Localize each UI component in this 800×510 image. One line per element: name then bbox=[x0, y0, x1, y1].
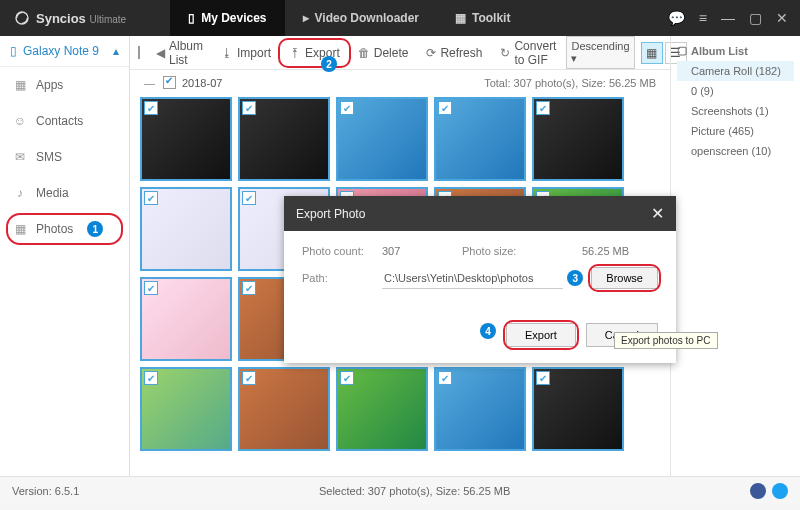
group-label: 2018-07 bbox=[182, 77, 222, 89]
minimize-icon[interactable]: — bbox=[721, 10, 735, 26]
thumb-checkbox[interactable]: ✔ bbox=[144, 281, 158, 295]
photo-thumb[interactable]: ✔ bbox=[140, 187, 232, 271]
thumb-checkbox[interactable]: ✔ bbox=[144, 101, 158, 115]
photo-thumb[interactable]: ✔ bbox=[532, 367, 624, 451]
thumb-checkbox[interactable]: ✔ bbox=[242, 191, 256, 205]
thumb-checkbox[interactable]: ✔ bbox=[144, 371, 158, 385]
photo-count-value: 307 bbox=[382, 245, 462, 257]
photo-thumb[interactable]: ✔ bbox=[140, 367, 232, 451]
delete-button[interactable]: 🗑Delete bbox=[350, 41, 417, 65]
convert-gif-button[interactable]: ↻Convert to GIF bbox=[492, 34, 564, 72]
phone-icon: ▯ bbox=[188, 11, 195, 25]
refresh-icon: ⟳ bbox=[426, 46, 436, 60]
tab-my-devices[interactable]: ▯ My Devices bbox=[170, 0, 284, 36]
callout-badge-4: 4 bbox=[480, 323, 496, 339]
thumb-checkbox[interactable]: ✔ bbox=[536, 371, 550, 385]
path-label: Path: bbox=[302, 272, 382, 284]
album-item[interactable]: Picture (465) bbox=[677, 121, 794, 141]
export-tooltip: Export photos to PC bbox=[614, 332, 718, 349]
statusbar: Version: 6.5.1 Selected: 307 photo(s), S… bbox=[0, 476, 800, 504]
phone-icon: ▯ bbox=[10, 44, 17, 58]
close-icon[interactable]: ✕ bbox=[776, 10, 788, 26]
play-icon: ▸ bbox=[303, 11, 309, 25]
folder-icon: ▢ bbox=[677, 44, 687, 57]
photos-icon: ▦ bbox=[12, 221, 28, 237]
thumb-checkbox[interactable]: ✔ bbox=[144, 191, 158, 205]
sms-icon: ✉ bbox=[12, 149, 28, 165]
photo-thumb[interactable]: ✔ bbox=[336, 367, 428, 451]
nav-apps[interactable]: ▦Apps bbox=[0, 67, 129, 103]
left-sidebar: ▯ Galaxy Note 9 ▴ ▦Apps ☺Contacts ✉SMS ♪… bbox=[0, 36, 130, 476]
album-item[interactable]: Camera Roll (182) bbox=[677, 61, 794, 81]
photo-thumb[interactable]: ✔ bbox=[434, 97, 526, 181]
speech-icon[interactable]: 💬 bbox=[668, 10, 685, 26]
photo-count-label: Photo count: bbox=[302, 245, 382, 257]
select-all-checkbox[interactable] bbox=[138, 46, 140, 59]
album-sidebar: ▢Album List Camera Roll (182) 0 (9) Scre… bbox=[670, 36, 800, 476]
grid-view-toggle[interactable]: ▦ bbox=[641, 42, 663, 64]
thumb-checkbox[interactable]: ✔ bbox=[340, 371, 354, 385]
group-header: — 2018-07 Total: 307 photo(s), Size: 56.… bbox=[130, 70, 670, 95]
device-row[interactable]: ▯ Galaxy Note 9 ▴ bbox=[0, 36, 129, 67]
dialog-title: Export Photo bbox=[296, 207, 365, 221]
facebook-icon[interactable] bbox=[750, 483, 766, 499]
nav-contacts[interactable]: ☺Contacts bbox=[0, 103, 129, 139]
callout-ring bbox=[278, 38, 351, 68]
export-confirm-button[interactable]: Export bbox=[506, 323, 576, 347]
import-button[interactable]: ⭳Import bbox=[213, 41, 279, 65]
photo-thumb[interactable]: ✔ bbox=[434, 367, 526, 451]
album-item[interactable]: 0 (9) bbox=[677, 81, 794, 101]
group-checkbox[interactable] bbox=[163, 76, 176, 89]
content-toolbar: ◀Album List ⭳Import ⭱Export 🗑Delete ⟳Ref… bbox=[130, 36, 670, 70]
sort-select[interactable]: Descending ▾ bbox=[566, 36, 634, 69]
photo-thumb[interactable]: ✔ bbox=[532, 97, 624, 181]
nav-sms[interactable]: ✉SMS bbox=[0, 139, 129, 175]
browse-button[interactable]: Browse bbox=[591, 267, 658, 289]
thumb-checkbox[interactable]: ✔ bbox=[242, 371, 256, 385]
tab-toolkit[interactable]: ▦ Toolkit bbox=[437, 0, 528, 36]
refresh-button[interactable]: ⟳Refresh bbox=[418, 41, 490, 65]
thumb-checkbox[interactable]: ✔ bbox=[438, 101, 452, 115]
app-name: Syncios bbox=[36, 11, 86, 26]
thumb-checkbox[interactable]: ✔ bbox=[536, 101, 550, 115]
album-item[interactable]: openscreen (10) bbox=[677, 141, 794, 161]
eject-icon[interactable]: ▴ bbox=[113, 44, 119, 58]
thumb-checkbox[interactable]: ✔ bbox=[242, 281, 256, 295]
dialog-titlebar: Export Photo ✕ bbox=[284, 196, 676, 231]
import-icon: ⭳ bbox=[221, 46, 233, 60]
grid-icon: ▦ bbox=[455, 11, 466, 25]
menu-icon[interactable]: ≡ bbox=[699, 10, 707, 26]
device-name: Galaxy Note 9 bbox=[23, 44, 99, 58]
photo-thumb[interactable]: ✔ bbox=[238, 367, 330, 451]
thumb-checkbox[interactable]: ✔ bbox=[438, 371, 452, 385]
selection-status: Selected: 307 photo(s), Size: 56.25 MB bbox=[319, 485, 510, 497]
tab-video-downloader[interactable]: ▸ Video Downloader bbox=[285, 0, 437, 36]
app-edition: Ultimate bbox=[89, 14, 126, 25]
album-list-button[interactable]: ◀Album List bbox=[148, 34, 211, 72]
app-logo: Syncios Ultimate bbox=[0, 10, 140, 26]
photo-thumb[interactable]: ✔ bbox=[336, 97, 428, 181]
contacts-icon: ☺ bbox=[12, 113, 28, 129]
media-icon: ♪ bbox=[12, 185, 28, 201]
twitter-icon[interactable] bbox=[772, 483, 788, 499]
callout-badge-3: 3 bbox=[567, 270, 583, 286]
convert-icon: ↻ bbox=[500, 46, 510, 60]
path-input[interactable] bbox=[382, 268, 563, 289]
photo-thumb[interactable]: ✔ bbox=[140, 277, 232, 361]
photo-thumb[interactable]: ✔ bbox=[238, 97, 330, 181]
nav-photos[interactable]: ▦ Photos 1 bbox=[0, 211, 129, 247]
back-arrow-icon: ◀ bbox=[156, 46, 165, 60]
social-links bbox=[750, 483, 788, 499]
dialog-close-icon[interactable]: ✕ bbox=[651, 204, 664, 223]
album-list-header: ▢Album List bbox=[677, 44, 794, 57]
titlebar: Syncios Ultimate ▯ My Devices ▸ Video Do… bbox=[0, 0, 800, 36]
callout-badge-1: 1 bbox=[87, 221, 103, 237]
thumb-checkbox[interactable]: ✔ bbox=[340, 101, 354, 115]
nav-media[interactable]: ♪Media bbox=[0, 175, 129, 211]
photo-thumb[interactable]: ✔ bbox=[140, 97, 232, 181]
thumb-checkbox[interactable]: ✔ bbox=[242, 101, 256, 115]
export-button[interactable]: ⭱Export bbox=[281, 41, 348, 65]
callout-badge-2: 2 bbox=[321, 56, 337, 72]
album-item[interactable]: Screenshots (1) bbox=[677, 101, 794, 121]
maximize-icon[interactable]: ▢ bbox=[749, 10, 762, 26]
